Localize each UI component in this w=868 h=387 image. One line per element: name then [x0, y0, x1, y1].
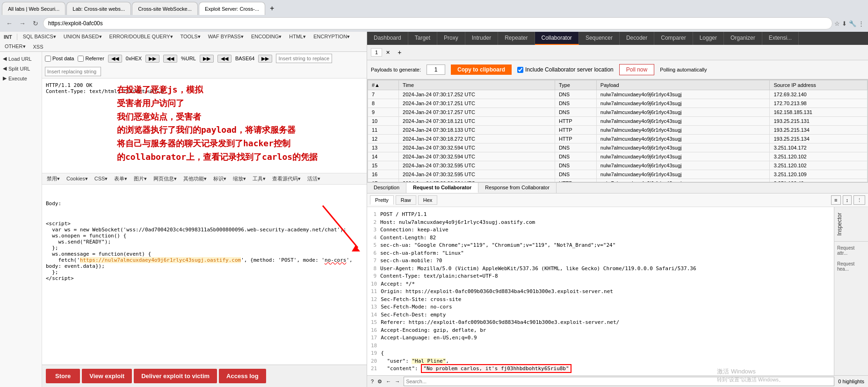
- table-row[interactable]: 112024-Jan-24 07:30:18.133 UTCHTTPnulw7a…: [368, 126, 868, 135]
- tab-extensions[interactable]: Extensi...: [762, 32, 799, 45]
- col-time[interactable]: Time: [399, 80, 555, 90]
- hex-left-btn[interactable]: ◀◀: [108, 55, 122, 63]
- tab-response-from-collab[interactable]: Response from Collaborator: [478, 183, 557, 193]
- table-row[interactable]: 82024-Jan-24 07:30:17.251 UTCDNSnulw7alm…: [368, 99, 868, 108]
- union-based-btn[interactable]: UNION BASED▾: [61, 33, 105, 41]
- table-row[interactable]: 142024-Jan-24 07:30:32.594 UTCDNSnulw7al…: [368, 152, 868, 161]
- cookies-btn[interactable]: Cookies▾: [64, 175, 91, 183]
- table-row[interactable]: 92024-Jan-24 07:30:17.257 UTCDNSnulw7alm…: [368, 108, 868, 117]
- tab-intruder[interactable]: Intruder: [465, 32, 498, 45]
- new-tab-button[interactable]: +: [267, 3, 277, 14]
- col-type[interactable]: Type: [555, 80, 596, 90]
- post-data-check[interactable]: Post data: [45, 56, 74, 62]
- search-input[interactable]: [404, 377, 834, 386]
- table-row[interactable]: 72024-Jan-24 07:30:17.252 UTCDNSnulw7alm…: [368, 90, 868, 99]
- table-row[interactable]: 152024-Jan-24 07:30:32.595 UTCDNSnulw7al…: [368, 161, 868, 170]
- other-btn[interactable]: OTHER▾: [2, 43, 29, 50]
- insert-string-input[interactable]: [276, 54, 332, 63]
- tab-exploit[interactable]: Exploit Server: Cross-...: [199, 2, 265, 15]
- html-btn[interactable]: HTML▾: [286, 33, 309, 41]
- xss-btn[interactable]: XSS: [30, 43, 46, 50]
- split-url-item[interactable]: ◀ Split URL: [0, 64, 42, 73]
- back-icon[interactable]: ←: [386, 379, 391, 384]
- pageinfo-btn[interactable]: 网页信息▾: [151, 174, 180, 183]
- url-input[interactable]: [43, 17, 832, 29]
- inspector-label[interactable]: Inspector: [834, 209, 868, 239]
- tab-request-to-collab[interactable]: Request to Collaborator: [406, 183, 478, 193]
- table-row[interactable]: 102024-Jan-24 07:30:18.121 UTCHTTPnulw7a…: [368, 117, 868, 126]
- table-row[interactable]: 162024-Jan-24 07:30:32.595 UTCDNSnulw7al…: [368, 170, 868, 179]
- tools2-btn[interactable]: 工具▾: [250, 174, 268, 183]
- tab-decoder[interactable]: Decoder: [620, 32, 654, 45]
- referrer-checkbox[interactable]: [78, 56, 84, 62]
- table-row[interactable]: 122024-Jan-24 07:30:18.272 UTCHTTPnulw7a…: [368, 135, 868, 143]
- live-btn[interactable]: 活活▾: [304, 174, 323, 183]
- include-location-checkbox[interactable]: [517, 67, 523, 73]
- extensions-icon[interactable]: 🔧: [849, 20, 856, 27]
- subtab-pretty[interactable]: Pretty: [370, 195, 394, 205]
- col-ip[interactable]: Source IP address: [770, 80, 868, 90]
- include-location-check[interactable]: Include Collaborator server location: [517, 66, 614, 73]
- base64-right-btn[interactable]: ▶▶: [258, 55, 272, 63]
- poll-now-btn[interactable]: Poll now: [619, 64, 654, 75]
- error-double-btn[interactable]: ERROR/DOUBLE QUERY▾: [107, 33, 176, 41]
- table-row[interactable]: 172024-Jan-24 07:30:32.634 UTCHTTPnulw7a…: [368, 179, 868, 183]
- forward-icon[interactable]: →: [395, 379, 400, 384]
- waf-bypass-btn[interactable]: WAF BYPASS▾: [205, 33, 246, 41]
- script-content[interactable]: <script> var ws = new WebSocket('wss://0…: [46, 221, 363, 281]
- tab-sequencer[interactable]: Sequencer: [579, 32, 620, 45]
- referrer-check[interactable]: Referrer: [78, 56, 104, 62]
- download-icon[interactable]: ⬇: [842, 20, 847, 27]
- back-button[interactable]: ←: [4, 18, 15, 29]
- execute-item[interactable]: ▶ Execute: [0, 73, 42, 83]
- tab-logger[interactable]: Logger: [693, 32, 724, 45]
- tab-comparer[interactable]: Comparer: [654, 32, 693, 45]
- access-log-button[interactable]: Access log: [219, 369, 266, 383]
- gear-icon[interactable]: ⚙: [377, 379, 382, 385]
- tab-proxy[interactable]: Proxy: [437, 32, 465, 45]
- word-wrap-btn[interactable]: ≡: [831, 195, 840, 205]
- tools-btn[interactable]: TOOLS▾: [178, 33, 203, 41]
- payloads-input[interactable]: [427, 64, 445, 75]
- reload-button[interactable]: ↻: [30, 18, 41, 29]
- more-btn[interactable]: ⋮: [854, 195, 865, 205]
- col-payload[interactable]: Payload: [596, 80, 770, 90]
- badge-btn[interactable]: 标识▾: [210, 174, 229, 183]
- col-num[interactable]: #▲: [368, 80, 399, 90]
- css-btn[interactable]: CSS▾: [92, 175, 111, 183]
- replace-string-input[interactable]: [45, 67, 101, 76]
- store-button[interactable]: Store: [46, 369, 80, 383]
- tab-collaborator[interactable]: Collaborator: [535, 32, 579, 45]
- forward-button[interactable]: →: [17, 18, 28, 29]
- tab-alllabs[interactable]: All labs | Web Securi...: [2, 2, 65, 15]
- expand-btn[interactable]: ↕: [843, 195, 852, 205]
- menu-icon[interactable]: ⋮: [858, 20, 864, 27]
- encryption-btn[interactable]: ENCRYPTION▾: [311, 33, 353, 41]
- bookmark-icon[interactable]: ☆: [834, 20, 840, 27]
- zoom-btn[interactable]: 缩放▾: [230, 174, 249, 183]
- question-icon[interactable]: ?: [371, 379, 374, 384]
- tab-organizer[interactable]: Organizer: [724, 32, 762, 45]
- sql-basics-btn[interactable]: SQL BASICS▾: [20, 33, 59, 41]
- tab-description[interactable]: Description: [367, 183, 406, 193]
- percent-right-btn[interactable]: ▶▶: [200, 55, 214, 63]
- view-exploit-button[interactable]: View exploit: [82, 369, 132, 383]
- post-data-checkbox[interactable]: [45, 56, 51, 62]
- table-row[interactable]: 132024-Jan-24 07:30:32.594 UTCDNSnulw7al…: [368, 143, 868, 152]
- encoding-btn[interactable]: ENCODING▾: [248, 33, 284, 41]
- tab-dashboard[interactable]: Dashboard: [367, 32, 408, 45]
- deliver-button[interactable]: Deliver exploit to victim: [134, 369, 217, 383]
- close-tab-icon[interactable]: ✕: [386, 50, 390, 56]
- disable-btn[interactable]: 禁用▾: [44, 174, 63, 183]
- percent-left-btn[interactable]: ◀◀: [163, 55, 177, 63]
- subtab-hex[interactable]: Hex: [418, 195, 438, 205]
- tab-lab[interactable]: Lab: Cross-site webs...: [66, 2, 131, 15]
- tab-target[interactable]: Target: [408, 32, 437, 45]
- request-area[interactable]: 1POST / HTTP/1.12Host: nulw7almcuxdaey4o…: [367, 207, 834, 375]
- view-source-btn[interactable]: 查看源代码▾: [269, 174, 304, 183]
- tab-crosssite[interactable]: Cross-site WebSocke...: [132, 2, 198, 15]
- subtab-raw[interactable]: Raw: [396, 195, 416, 205]
- hex-right-btn[interactable]: ▶▶: [145, 55, 159, 63]
- img-btn[interactable]: 图片▾: [131, 174, 150, 183]
- load-url-item[interactable]: ◀ Load URL: [0, 54, 42, 64]
